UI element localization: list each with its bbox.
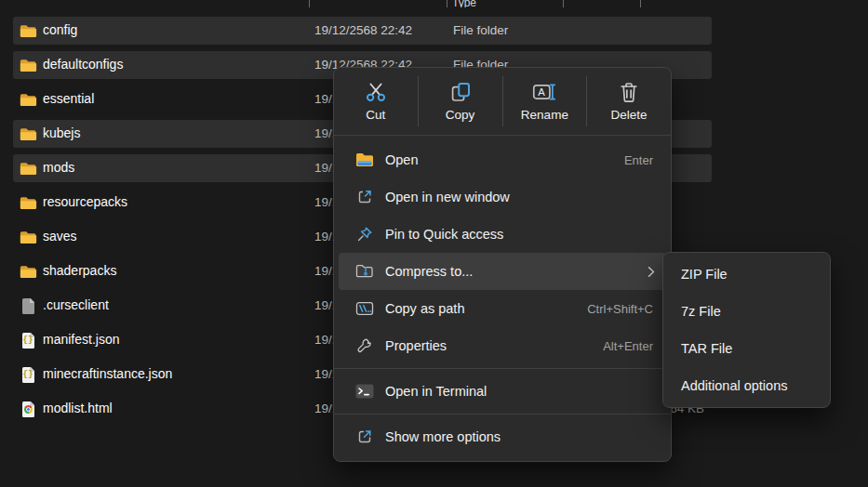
delete-icon <box>619 81 639 103</box>
cut-icon <box>365 81 387 103</box>
menu-divider <box>334 414 671 415</box>
folder-icon <box>19 58 37 72</box>
menu-item-label: Open in Terminal <box>385 384 487 399</box>
menu-item-label: Copy as path <box>385 301 464 316</box>
menu-item-shortcut: Alt+Enter <box>603 339 653 353</box>
delete-button[interactable]: Delete <box>587 68 671 135</box>
wrench-icon <box>355 336 374 355</box>
terminal-icon <box>355 382 374 401</box>
menu-item-open-in-terminal[interactable]: Open in Terminal <box>339 373 666 410</box>
rename-label: Rename <box>521 108 568 122</box>
menu-item-label: Open in new window <box>385 190 510 204</box>
menu-item-shortcut: Ctrl+Shift+C <box>587 302 653 316</box>
menu-item-pin-to-quick-access[interactable]: Pin to Quick access <box>339 216 666 253</box>
delete-label: Delete <box>611 108 648 122</box>
file-name: config <box>43 22 77 37</box>
copy-button[interactable]: Copy <box>419 68 502 135</box>
menu-item-label: Open <box>385 152 418 167</box>
copy-as-path-icon <box>355 299 374 318</box>
open-new-window-icon <box>355 188 374 206</box>
file-name: kubejs <box>43 125 80 140</box>
pin-icon <box>355 225 374 244</box>
compress-icon <box>355 262 374 281</box>
svg-text:A: A <box>539 86 546 98</box>
file-name: essential <box>43 91 94 106</box>
submenu-item-zip-file[interactable]: ZIP File <box>667 256 826 293</box>
menu-divider <box>334 368 671 369</box>
folder-icon <box>19 195 37 210</box>
open-folder-icon <box>355 151 374 169</box>
context-menu-items: Open Enter Open in new window Pin to Qui… <box>334 136 671 461</box>
menu-item-compress-to[interactable]: Compress to... <box>339 253 666 290</box>
menu-item-properties[interactable]: Properties Alt+Enter <box>339 327 666 364</box>
file-type: File folder <box>453 23 508 37</box>
menu-item-label: Show more options <box>385 429 501 444</box>
generic-file-icon <box>19 298 37 313</box>
cut-label: Cut <box>366 108 385 122</box>
file-name: saves <box>43 229 77 244</box>
submenu-item-additional-options[interactable]: Additional options <box>667 367 826 404</box>
show-more-options-icon <box>355 428 374 446</box>
file-name: modlist.html <box>43 401 113 415</box>
menu-item-show-more-options[interactable]: Show more options <box>339 418 666 455</box>
file-name: .curseclient <box>43 297 109 312</box>
context-menu: Cut Copy A Rename Delete Open Enter Open… <box>333 67 672 462</box>
file-row-config[interactable]: config 19/12/2568 22:42 File folder <box>13 17 712 45</box>
rename-icon: A <box>532 81 556 103</box>
menu-item-label: Properties <box>385 338 447 353</box>
folder-icon <box>19 92 37 107</box>
json-file-icon: {} <box>19 367 37 382</box>
compress-submenu: ZIP File 7z File TAR File Additional opt… <box>662 252 831 408</box>
folder-icon <box>19 230 37 244</box>
folder-icon <box>19 264 37 279</box>
folder-icon <box>19 23 37 38</box>
file-name: mods <box>43 160 74 175</box>
copy-label: Copy <box>446 108 475 122</box>
chevron-right-icon <box>648 266 655 278</box>
file-name: resourcepacks <box>43 194 127 209</box>
menu-item-label: Pin to Quick access <box>385 227 503 242</box>
submenu-item-7z-file[interactable]: 7z File <box>667 293 826 330</box>
menu-item-shortcut: Enter <box>624 153 653 167</box>
folder-icon <box>19 161 37 176</box>
file-name: shaderpacks <box>43 263 116 278</box>
file-name: defaultconfigs <box>43 57 123 72</box>
copy-icon <box>449 81 472 103</box>
rename-button[interactable]: A Rename <box>503 68 587 135</box>
menu-item-label: Compress to... <box>385 264 473 279</box>
folder-icon <box>19 126 37 141</box>
context-menu-toolbar: Cut Copy A Rename Delete <box>334 68 671 135</box>
file-name: manifest.json <box>43 332 119 347</box>
submenu-item-tar-file[interactable]: TAR File <box>667 330 826 367</box>
html-file-icon <box>19 401 37 416</box>
menu-item-open[interactable]: Open Enter <box>339 141 666 178</box>
file-name: minecraftinstance.json <box>43 366 172 381</box>
file-date: 19/12/2568 22:42 <box>314 23 412 37</box>
menu-item-open-in-new-window[interactable]: Open in new window <box>339 178 666 216</box>
cut-button[interactable]: Cut <box>334 68 418 135</box>
json-file-icon: {} <box>19 333 37 348</box>
menu-item-copy-as-path[interactable]: Copy as path Ctrl+Shift+C <box>339 290 666 327</box>
